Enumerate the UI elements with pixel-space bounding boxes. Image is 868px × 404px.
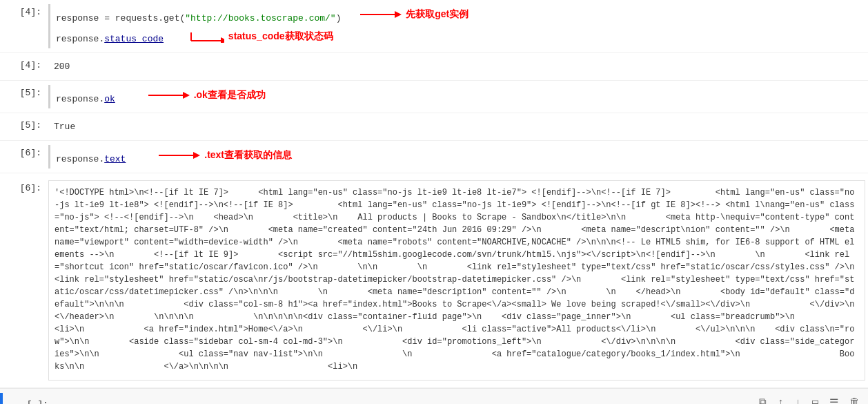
cell-5-input-number: [5]: bbox=[0, 85, 48, 98]
code-line-2: response.status_code status_code获取状态码 bbox=[56, 25, 862, 46]
annotation-status-code: status_code获取状态码 bbox=[228, 29, 333, 44]
svg-marker-1 bbox=[395, 11, 402, 18]
cell-6-output-number: [6]: bbox=[0, 177, 48, 383]
cell-6-output-block[interactable]: '<!DOCTYPE html>\n<!--[if lt IE 7]> <htm… bbox=[48, 180, 865, 381]
cell-toolbar: ⧉ ↑ ↓ ⬓ ☰ 🗑 bbox=[759, 396, 868, 405]
code-line-1: response = requests.get("http://books.to… bbox=[56, 7, 862, 25]
annotation-get: 先获取get实例 bbox=[406, 7, 468, 21]
cell-4-output-number: [4]: bbox=[0, 57, 48, 70]
cell-6-output-wrapper: '<!DOCTYPE html>\n<!--[if lt IE 7]> <htm… bbox=[48, 177, 868, 383]
arrow-3-svg bbox=[148, 89, 190, 102]
arrow-2-svg bbox=[190, 30, 224, 43]
output-200: 200 bbox=[54, 60, 862, 73]
annotation-ok: .ok查看是否成功 bbox=[194, 88, 266, 102]
cell-5-output-number: [5]: bbox=[0, 117, 48, 131]
empty-cell-number-label: [ ]: bbox=[27, 399, 48, 405]
code-text-attr: text bbox=[104, 154, 126, 164]
copy-icon[interactable]: ⧉ bbox=[759, 396, 767, 404]
cell-4-input-number: [4]: bbox=[0, 4, 48, 17]
cell-6-input-number: [6]: bbox=[0, 145, 48, 158]
arrow-1-svg bbox=[360, 8, 402, 21]
cell-6-input: [6]: response.text .text查看获取的信息 bbox=[0, 141, 868, 173]
move-up-icon[interactable]: ↑ bbox=[778, 397, 784, 405]
annotation-text: .text查看获取的信息 bbox=[204, 148, 292, 162]
cell-6-output: [6]: '<!DOCTYPE html>\n<!--[if lt IE 7]>… bbox=[0, 173, 868, 388]
output-true: True bbox=[54, 120, 862, 133]
active-cell-indicator bbox=[0, 393, 3, 404]
code-ok-attr: ok bbox=[104, 94, 115, 104]
empty-cell-number: [ ]: bbox=[7, 396, 55, 405]
cell-4-input-content: response = requests.get("http://books.to… bbox=[48, 4, 868, 48]
svg-marker-4 bbox=[221, 37, 224, 43]
cell-5-input-content: response.ok .ok查看是否成功 bbox=[48, 85, 868, 108]
save-icon[interactable]: ⬓ bbox=[812, 396, 818, 405]
delete-icon[interactable]: 🗑 bbox=[849, 396, 860, 404]
arrow-4-svg bbox=[159, 149, 200, 162]
code-text-line: response.text .text查看获取的信息 bbox=[56, 148, 862, 166]
code-string-url: "http://books.toscrape.com/" bbox=[185, 13, 335, 23]
notebook: [4]: response = requests.get("http://boo… bbox=[0, 0, 868, 404]
cell-5-output: [5]: True bbox=[0, 113, 868, 141]
cell-5-output-content: True bbox=[48, 117, 868, 136]
svg-marker-8 bbox=[193, 152, 200, 159]
svg-marker-6 bbox=[183, 92, 190, 99]
align-icon[interactable]: ☰ bbox=[829, 396, 838, 405]
cell-5-input: [5]: response.ok .ok查看是否成功 bbox=[0, 81, 868, 113]
cell-4-output-content: 200 bbox=[48, 57, 868, 76]
cell-6-input-content: response.text .text查看获取的信息 bbox=[48, 145, 868, 169]
code-status-code: status_code bbox=[104, 34, 164, 44]
code-ok-line: response.ok .ok查看是否成功 bbox=[56, 88, 862, 106]
cell-4-input: [4]: response = requests.get("http://boo… bbox=[0, 0, 868, 53]
move-down-icon[interactable]: ↓ bbox=[795, 397, 801, 405]
cell-4-output: [4]: 200 bbox=[0, 53, 868, 81]
empty-cell: [ ]: ⧉ ↑ ↓ ⬓ ☰ 🗑 bbox=[0, 388, 868, 404]
